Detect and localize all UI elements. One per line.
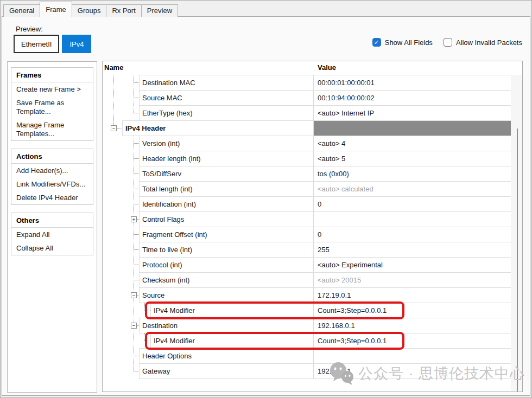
vertical-scrollbar[interactable] (511, 75, 522, 391)
sidebar-item-collapse-all[interactable]: Collapse All (11, 241, 93, 255)
field-name-cell[interactable]: Header length (int) (139, 151, 314, 166)
field-value-cell[interactable]: <auto> 20015 (313, 272, 511, 288)
field-value-cell[interactable]: <auto> 5 (313, 151, 511, 166)
field-name: Destination (142, 322, 178, 330)
field-value: 255 (318, 246, 330, 254)
table-row: −Destination192.168.0.1 (103, 318, 511, 333)
table-row: +Control Flags (103, 211, 511, 227)
field-name-cell[interactable]: Gateway (139, 363, 314, 379)
table-row: Protocol (int)<auto> Experimental (103, 257, 511, 273)
field-value-cell[interactable]: Count=3;Step=0.0.0.1 (313, 303, 511, 318)
expand-icon[interactable]: + (131, 216, 137, 222)
checkbox-icon[interactable]: ✓ (372, 38, 381, 47)
scrollbar-thumb[interactable] (517, 129, 518, 391)
tree-connector (134, 143, 139, 144)
checkbox-icon[interactable] (444, 38, 452, 47)
field-value-cell[interactable]: <auto> Internet IP (313, 105, 511, 121)
field-name: Header Options (142, 352, 192, 360)
table-row: −IPv4 Header (103, 120, 511, 136)
option-show-all-fields[interactable]: ✓Show All Fields (372, 38, 433, 47)
tab-preview[interactable]: Preview (141, 4, 178, 17)
field-name-cell[interactable]: Total length (int) (139, 181, 314, 197)
field-name-cell[interactable]: Destination (139, 318, 314, 333)
sidebar-item-add-header-s[interactable]: Add Header(s)... (11, 164, 93, 177)
field-name: ToS/DiffServ (142, 170, 181, 178)
sidebar-item-link-modifiers-vfds[interactable]: Link Modifiers/VFDs... (11, 177, 93, 191)
field-name-cell[interactable]: Identification (int) (139, 196, 314, 212)
sidebar-section-actions: ActionsAdd Header(s)...Link Modifiers/VF… (11, 149, 93, 205)
tree-connector (134, 265, 139, 265)
field-name-cell[interactable]: Fragment Offset (int) (139, 227, 314, 242)
field-value: 00:00:01:00:00:01 (318, 79, 375, 87)
table-row: Gateway192.85.1.1 (103, 363, 511, 379)
tree-connector (113, 105, 114, 121)
field-value-cell[interactable]: <auto> Experimental (313, 257, 511, 273)
sidebar-item-create-new-frame[interactable]: Create new Frame > (11, 82, 93, 96)
field-name-cell[interactable]: Time to live (int) (139, 242, 314, 258)
column-header-value: Value (318, 63, 336, 72)
tab-strip: GeneralFrameGroupsRx PortPreview (3, 2, 178, 17)
field-name-cell[interactable]: Destination MAC (139, 75, 314, 91)
field-value-cell[interactable]: Count=3;Step=0.0.0.1 (313, 333, 511, 349)
field-tree-panel: Name Value Destination MAC00:00:01:00:00… (102, 61, 523, 392)
sidebar-section-title: Frames (11, 68, 93, 82)
field-name-cell[interactable]: Checksum (int) (139, 272, 314, 288)
sidebar-item-manage-frame-templates[interactable]: Manage Frame Templates... (11, 118, 93, 140)
field-name-cell[interactable]: IPv4 Header (122, 120, 314, 136)
field-name-cell[interactable]: IPv4 Modifier (150, 303, 314, 318)
field-value-cell[interactable]: 00:10:94:00:00:02 (313, 90, 511, 106)
tree-connector (134, 113, 139, 113)
field-name-cell[interactable]: Header Options (139, 348, 314, 364)
option-allow-invalid-packets[interactable]: Allow Invalid Packets (444, 38, 522, 47)
tree-connector (134, 371, 139, 371)
field-value-cell[interactable]: <auto> 4 (313, 136, 511, 151)
field-name-cell[interactable]: ToS/DiffServ (139, 166, 314, 182)
field-value-cell[interactable] (313, 348, 511, 364)
table-row: Source MAC00:10:94:00:00:02 (103, 90, 511, 106)
field-value-cell[interactable]: 172.19.0.1 (313, 287, 511, 303)
tab-general[interactable]: General (3, 4, 40, 17)
collapse-icon[interactable]: − (111, 125, 117, 131)
field-value-cell[interactable]: 255 (313, 242, 511, 258)
tree-connector (144, 333, 145, 341)
tree-header: Name Value (103, 61, 522, 75)
field-name-cell[interactable]: Version (int) (139, 136, 314, 151)
field-value: <auto> 20015 (318, 276, 361, 284)
table-row: Fragment Offset (int)0 (103, 227, 511, 242)
field-value-cell[interactable]: 0 (313, 196, 511, 212)
table-row: −Source172.19.0.1 (103, 287, 511, 303)
collapse-icon[interactable]: − (131, 292, 137, 298)
tree-connector (113, 75, 114, 91)
field-value: <auto> Internet IP (318, 109, 374, 117)
field-name-cell[interactable]: IPv4 Modifier (150, 333, 314, 349)
field-name-cell[interactable]: Source (139, 287, 314, 303)
field-name-cell[interactable]: Source MAC (139, 90, 314, 106)
table-row: Total length (int)<auto> calculated (103, 181, 511, 197)
option-label: Show All Fields (385, 38, 433, 47)
field-value-cell[interactable] (313, 120, 511, 136)
sidebar-item-delete-ipv4-header[interactable]: Delete IPv4 Header (11, 191, 93, 204)
field-name: Control Flags (142, 215, 184, 223)
field-value-cell[interactable]: 00:00:01:00:00:01 (313, 75, 511, 91)
sidebar-item-save-frame-as-template[interactable]: Save Frame as Template... (11, 96, 93, 118)
tree-connector (144, 303, 145, 310)
field-value-cell[interactable]: 192.168.0.1 (313, 318, 511, 333)
collapse-icon[interactable]: − (131, 323, 137, 329)
field-name-cell[interactable]: EtherType (hex) (139, 105, 314, 121)
tab-rx-port[interactable]: Rx Port (106, 4, 141, 17)
field-value-cell[interactable] (313, 211, 511, 227)
table-row: IPv4 ModifierCount=3;Step=0.0.0.1 (103, 303, 511, 318)
field-name-cell[interactable]: Control Flags (139, 211, 314, 227)
field-name: Identification (int) (142, 200, 196, 208)
field-value-cell[interactable]: 192.85.1.1 (313, 363, 511, 379)
protocol-ethernetii[interactable]: EthernetII (14, 35, 59, 53)
protocol-ipv4[interactable]: IPv4 (62, 35, 91, 53)
field-value-cell[interactable]: tos (0x00) (313, 166, 511, 182)
tab-groups[interactable]: Groups (72, 4, 107, 17)
table-row: IPv4 ModifierCount=3;Step=0.0.0.1 (103, 333, 511, 349)
field-value-cell[interactable]: <auto> calculated (313, 181, 511, 197)
field-name-cell[interactable]: Protocol (int) (139, 257, 314, 273)
field-value-cell[interactable]: 0 (313, 227, 511, 242)
sidebar-item-expand-all[interactable]: Expand All (11, 228, 93, 241)
tab-frame[interactable]: Frame (40, 2, 72, 17)
